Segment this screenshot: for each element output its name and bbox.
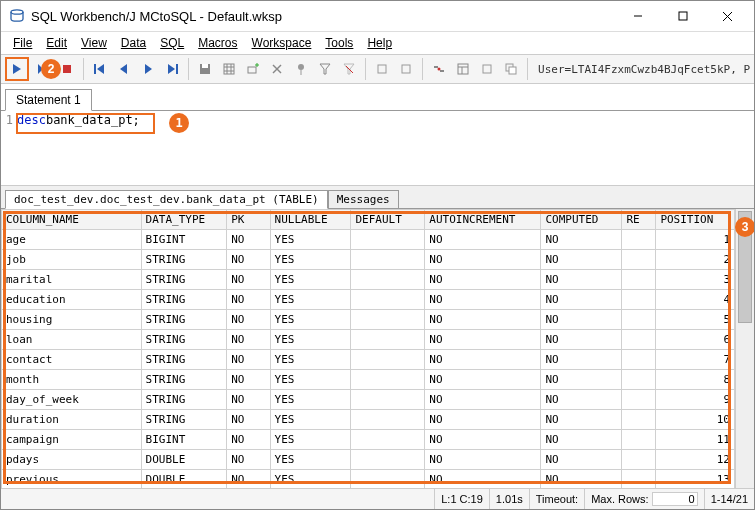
- cell[interactable]: pdays: [2, 450, 142, 470]
- cell[interactable]: job: [2, 250, 142, 270]
- cell[interactable]: [351, 270, 425, 290]
- cell[interactable]: [351, 230, 425, 250]
- cell[interactable]: NO: [541, 290, 622, 310]
- cell[interactable]: NO: [541, 250, 622, 270]
- cell[interactable]: NO: [425, 290, 541, 310]
- column-header[interactable]: COMPUTED: [541, 210, 622, 230]
- cell[interactable]: NO: [541, 370, 622, 390]
- cell[interactable]: NO: [541, 410, 622, 430]
- table-row[interactable]: day_of_weekSTRINGNOYESNONO9: [2, 390, 735, 410]
- cell[interactable]: [351, 430, 425, 450]
- cell[interactable]: YES: [270, 410, 351, 430]
- cell[interactable]: [351, 250, 425, 270]
- cell[interactable]: YES: [270, 450, 351, 470]
- cell[interactable]: age: [2, 230, 142, 250]
- explorer-icon[interactable]: [453, 59, 473, 79]
- cell[interactable]: NO: [541, 470, 622, 489]
- table-row[interactable]: monthSTRINGNOYESNONO8: [2, 370, 735, 390]
- cell[interactable]: YES: [270, 230, 351, 250]
- cell[interactable]: NO: [541, 270, 622, 290]
- table-row[interactable]: contactSTRINGNOYESNONO7: [2, 350, 735, 370]
- table-row[interactable]: jobSTRINGNOYESNONO2: [2, 250, 735, 270]
- cell[interactable]: 12: [656, 450, 735, 470]
- close-button[interactable]: [705, 2, 750, 31]
- column-header[interactable]: RE: [622, 210, 656, 230]
- cell[interactable]: NO: [227, 290, 270, 310]
- cell[interactable]: 10: [656, 410, 735, 430]
- cell[interactable]: [622, 250, 656, 270]
- cell[interactable]: [351, 330, 425, 350]
- cell[interactable]: [622, 470, 656, 489]
- cell[interactable]: NO: [227, 350, 270, 370]
- execute-button[interactable]: [5, 57, 29, 81]
- cell[interactable]: NO: [227, 230, 270, 250]
- cell[interactable]: [622, 270, 656, 290]
- cell[interactable]: 3: [656, 270, 735, 290]
- cell[interactable]: NO: [541, 430, 622, 450]
- cell[interactable]: [622, 310, 656, 330]
- cell[interactable]: [351, 370, 425, 390]
- menu-help[interactable]: Help: [361, 34, 398, 52]
- cell[interactable]: 11: [656, 430, 735, 450]
- cell[interactable]: NO: [541, 330, 622, 350]
- column-header[interactable]: AUTOINCREMENT: [425, 210, 541, 230]
- cell[interactable]: STRING: [141, 250, 227, 270]
- editor-tab-statement-1[interactable]: Statement 1: [5, 89, 92, 111]
- cell[interactable]: [622, 390, 656, 410]
- cell[interactable]: NO: [541, 350, 622, 370]
- cell[interactable]: NO: [227, 430, 270, 450]
- cell[interactable]: NO: [425, 310, 541, 330]
- cell[interactable]: 8: [656, 370, 735, 390]
- cell[interactable]: NO: [227, 470, 270, 489]
- cell[interactable]: marital: [2, 270, 142, 290]
- cell[interactable]: STRING: [141, 390, 227, 410]
- cell[interactable]: previous: [2, 470, 142, 489]
- cell[interactable]: DOUBLE: [141, 470, 227, 489]
- new-tab-icon[interactable]: [477, 59, 497, 79]
- menu-data[interactable]: Data: [115, 34, 152, 52]
- cell[interactable]: DOUBLE: [141, 450, 227, 470]
- cell[interactable]: housing: [2, 310, 142, 330]
- maximize-button[interactable]: [660, 2, 705, 31]
- table-row[interactable]: housingSTRINGNOYESNONO5: [2, 310, 735, 330]
- cell[interactable]: 1: [656, 230, 735, 250]
- column-header[interactable]: POSITION: [656, 210, 735, 230]
- cell[interactable]: NO: [227, 370, 270, 390]
- cell[interactable]: YES: [270, 250, 351, 270]
- cell[interactable]: 13: [656, 470, 735, 489]
- cell[interactable]: NO: [425, 410, 541, 430]
- cell[interactable]: loan: [2, 330, 142, 350]
- cell[interactable]: [351, 310, 425, 330]
- cell[interactable]: 4: [656, 290, 735, 310]
- minimize-button[interactable]: [615, 2, 660, 31]
- cell[interactable]: NO: [227, 270, 270, 290]
- cell[interactable]: NO: [425, 390, 541, 410]
- cell[interactable]: contact: [2, 350, 142, 370]
- column-header[interactable]: DEFAULT: [351, 210, 425, 230]
- cell[interactable]: NO: [541, 310, 622, 330]
- table-row[interactable]: educationSTRINGNOYESNONO4: [2, 290, 735, 310]
- cell[interactable]: NO: [227, 310, 270, 330]
- table-row[interactable]: ageBIGINTNOYESNONO1: [2, 230, 735, 250]
- cell[interactable]: duration: [2, 410, 142, 430]
- cell[interactable]: YES: [270, 310, 351, 330]
- add-row-icon[interactable]: [243, 59, 263, 79]
- cell[interactable]: YES: [270, 470, 351, 489]
- cell[interactable]: NO: [425, 370, 541, 390]
- menu-file[interactable]: File: [7, 34, 38, 52]
- cell[interactable]: YES: [270, 370, 351, 390]
- table-row[interactable]: campaignBIGINTNOYESNONO11: [2, 430, 735, 450]
- cell[interactable]: [351, 410, 425, 430]
- filter-icon[interactable]: [315, 59, 335, 79]
- cell[interactable]: NO: [227, 250, 270, 270]
- column-header[interactable]: PK: [227, 210, 270, 230]
- cell[interactable]: STRING: [141, 310, 227, 330]
- cell[interactable]: NO: [227, 330, 270, 350]
- cell[interactable]: BIGINT: [141, 430, 227, 450]
- cell[interactable]: NO: [425, 270, 541, 290]
- pin-icon[interactable]: [291, 59, 311, 79]
- cell[interactable]: [622, 290, 656, 310]
- table-row[interactable]: previousDOUBLENOYESNONO13: [2, 470, 735, 489]
- cell[interactable]: [351, 470, 425, 489]
- filter-clear-icon[interactable]: [339, 59, 359, 79]
